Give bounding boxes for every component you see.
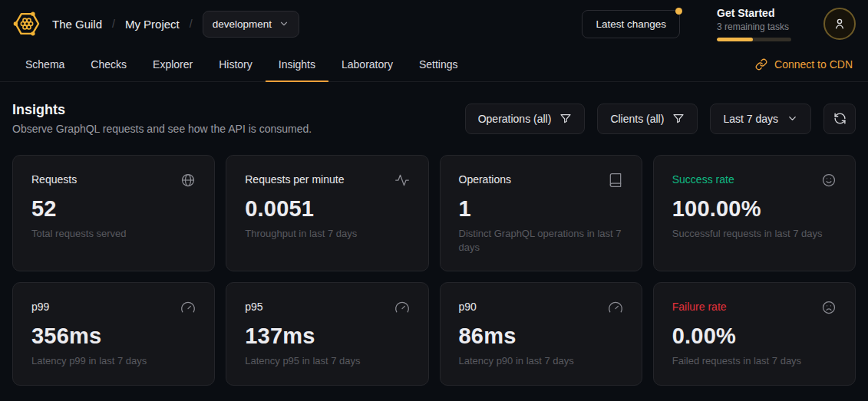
refresh-icon (833, 112, 847, 125)
stat-card-subtitle: Total requests served (31, 227, 196, 241)
gauge-icon (394, 300, 410, 315)
stats-grid: Requests 52 Total requests served Reques… (12, 155, 856, 386)
stat-card-value: 1 (459, 196, 623, 222)
breadcrumb-separator: / (112, 18, 115, 30)
stat-card-subtitle: Successful requests in last 7 days (672, 227, 837, 241)
stat-card-title: Requests per minute (245, 173, 344, 186)
page-head: Insights Observe GraphQL requests and se… (12, 102, 856, 135)
stat-card-requests: Requests 52 Total requests served (12, 155, 215, 271)
page-description: Observe GraphQL requests and see how the… (12, 123, 312, 135)
tab-explorer[interactable]: Explorer (140, 48, 206, 82)
breadcrumb-org[interactable]: The Guild (52, 18, 102, 31)
get-started-subtitle: 3 remaining tasks (717, 21, 791, 32)
tab-insights[interactable]: Insights (266, 48, 328, 82)
filters-toolbar: Operations (all) Clients (all) Last 7 da… (465, 104, 856, 134)
gauge-icon (608, 300, 623, 315)
tab-history[interactable]: History (206, 48, 266, 82)
stat-card-failure-rate: Failure rate 0.00% Failed requests in la… (653, 282, 856, 386)
get-started-widget[interactable]: Get Started 3 remaining tasks (717, 7, 791, 41)
clients-filter-button[interactable]: Clients (all) (597, 104, 698, 134)
stat-card-subtitle: Distinct GraphQL operations in last 7 da… (459, 227, 623, 254)
stat-card-title: p90 (459, 300, 477, 313)
user-icon (832, 16, 847, 31)
frown-icon (821, 300, 837, 315)
hive-logo-icon[interactable] (12, 9, 41, 38)
stat-card-success-rate: Success rate 100.00% Successful requests… (653, 155, 856, 271)
stat-card-title: p99 (31, 300, 49, 313)
operations-filter-button[interactable]: Operations (all) (465, 104, 586, 134)
stat-card-subtitle: Throughput in last 7 days (245, 227, 409, 241)
tab-settings[interactable]: Settings (406, 48, 471, 82)
smile-icon (821, 173, 837, 188)
refresh-button[interactable] (823, 104, 856, 134)
notification-dot (675, 8, 682, 15)
stat-card-value: 137ms (245, 324, 409, 349)
stat-card-title: Success rate (672, 173, 734, 186)
stat-card-title: Failure rate (672, 300, 727, 313)
target-select-value: development (213, 18, 272, 30)
stat-card-requests-per-minute: Requests per minute 0.0051 Throughput in… (226, 155, 428, 271)
get-started-title: Get Started (717, 7, 791, 19)
period-select-value: Last 7 days (723, 113, 778, 125)
tab-laboratory[interactable]: Laboratory (328, 48, 406, 82)
clients-filter-label: Clients (all) (610, 113, 664, 125)
tab-checks[interactable]: Checks (78, 48, 140, 82)
connect-to-cdn-link[interactable]: Connect to CDN (752, 48, 856, 81)
filter-icon (672, 113, 685, 125)
page-head-text: Insights Observe GraphQL requests and se… (12, 102, 312, 135)
user-menu-button[interactable] (823, 8, 856, 40)
insights-page: Insights Observe GraphQL requests and se… (0, 102, 868, 386)
gauge-icon (180, 300, 196, 315)
latest-changes-button[interactable]: Latest changes (582, 10, 680, 38)
get-started-progress (717, 38, 791, 41)
stat-card-value: 52 (31, 196, 196, 222)
chevron-down-icon (279, 18, 289, 29)
stat-card-value: 0.0051 (245, 196, 409, 222)
breadcrumb-separator: / (190, 18, 193, 30)
operations-filter-label: Operations (all) (478, 113, 552, 125)
stat-card-subtitle: Failed requests in last 7 days (672, 354, 837, 368)
breadcrumb-project[interactable]: My Project (125, 18, 180, 31)
stat-card-title: Operations (459, 173, 511, 186)
stat-card-value: 356ms (31, 324, 196, 349)
stat-card-value: 100.00% (672, 196, 837, 222)
project-nav: Schema Checks Explorer History Insights … (0, 48, 868, 82)
app-header: The Guild / My Project / development Lat… (0, 0, 868, 48)
stat-card-subtitle: Latency p90 in last 7 days (459, 354, 623, 368)
globe-icon (180, 173, 196, 188)
stat-card-title: p95 (245, 300, 262, 313)
stat-card-p95: p95 137ms Latency p95 in last 7 days (226, 282, 428, 386)
period-select-button[interactable]: Last 7 days (710, 104, 811, 134)
stat-card-subtitle: Latency p95 in last 7 days (245, 354, 409, 368)
activity-icon (394, 173, 410, 188)
stat-card-subtitle: Latency p99 in last 7 days (31, 354, 196, 368)
chevron-down-icon (787, 113, 798, 124)
link-icon (755, 58, 767, 71)
page-title: Insights (12, 102, 312, 118)
stat-card-title: Requests (31, 173, 77, 186)
get-started-progress-fill (717, 38, 753, 41)
stat-card-value: 86ms (459, 324, 623, 349)
stat-card-operations: Operations 1 Distinct GraphQL operations… (440, 155, 642, 271)
book-icon (608, 173, 623, 188)
latest-changes-label: Latest changes (596, 18, 666, 30)
connect-to-cdn-label: Connect to CDN (774, 58, 853, 71)
target-select[interactable]: development (203, 11, 299, 38)
stat-card-p99: p99 356ms Latency p99 in last 7 days (12, 282, 215, 386)
stat-card-value: 0.00% (672, 324, 837, 349)
filter-icon (559, 113, 572, 125)
stat-card-p90: p90 86ms Latency p90 in last 7 days (440, 282, 642, 386)
tab-schema[interactable]: Schema (12, 48, 78, 82)
